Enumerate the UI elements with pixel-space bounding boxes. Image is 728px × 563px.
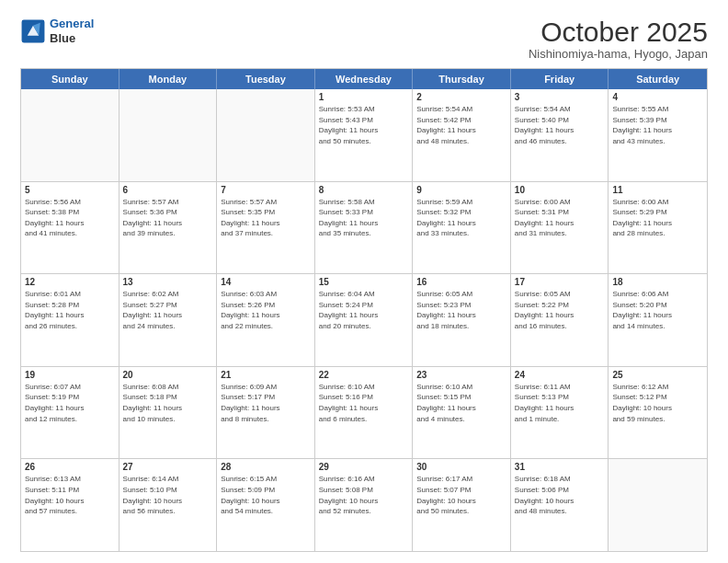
calendar-cell: 25Sunrise: 6:12 AM Sunset: 5:12 PM Dayli…	[609, 367, 707, 459]
day-number: 3	[515, 92, 605, 102]
day-number: 11	[612, 185, 703, 195]
day-number: 22	[319, 370, 409, 380]
day-number: 15	[319, 277, 409, 287]
day-number: 28	[221, 462, 311, 472]
month-title: October 2025	[529, 17, 708, 47]
day-number: 19	[25, 370, 115, 380]
calendar-cell: 26Sunrise: 6:13 AM Sunset: 5:11 PM Dayli…	[21, 459, 119, 551]
day-number: 18	[612, 277, 703, 287]
cell-text: Sunrise: 6:05 AM Sunset: 5:23 PM Dayligh…	[416, 289, 506, 331]
weekday-header-sunday: Sunday	[21, 69, 119, 89]
cell-text: Sunrise: 5:59 AM Sunset: 5:32 PM Dayligh…	[416, 197, 506, 239]
day-number: 9	[416, 185, 506, 195]
calendar-cell	[21, 89, 119, 181]
calendar-cell: 18Sunrise: 6:06 AM Sunset: 5:20 PM Dayli…	[609, 274, 707, 366]
day-number: 21	[221, 370, 311, 380]
day-number: 17	[515, 277, 605, 287]
cell-text: Sunrise: 6:02 AM Sunset: 5:27 PM Dayligh…	[123, 289, 213, 331]
cell-text: Sunrise: 6:10 AM Sunset: 5:16 PM Dayligh…	[319, 382, 409, 424]
calendar-cell: 1Sunrise: 5:53 AM Sunset: 5:43 PM Daylig…	[315, 89, 414, 181]
calendar-cell: 23Sunrise: 6:10 AM Sunset: 5:15 PM Dayli…	[413, 367, 511, 459]
weekday-header-monday: Monday	[119, 69, 218, 89]
day-number: 29	[319, 462, 409, 472]
calendar-cell: 30Sunrise: 6:17 AM Sunset: 5:07 PM Dayli…	[413, 459, 511, 551]
cell-text: Sunrise: 6:11 AM Sunset: 5:13 PM Dayligh…	[515, 382, 605, 424]
cell-text: Sunrise: 6:07 AM Sunset: 5:19 PM Dayligh…	[25, 382, 115, 424]
calendar-row-3: 19Sunrise: 6:07 AM Sunset: 5:19 PM Dayli…	[21, 366, 707, 459]
calendar-cell: 8Sunrise: 5:58 AM Sunset: 5:33 PM Daylig…	[315, 182, 414, 274]
cell-text: Sunrise: 5:54 AM Sunset: 5:42 PM Dayligh…	[416, 104, 506, 146]
calendar-cell: 21Sunrise: 6:09 AM Sunset: 5:17 PM Dayli…	[217, 367, 315, 459]
day-number: 2	[416, 92, 506, 102]
calendar-cell: 15Sunrise: 6:04 AM Sunset: 5:24 PM Dayli…	[315, 274, 414, 366]
calendar-cell	[119, 89, 218, 181]
calendar-cell: 11Sunrise: 6:00 AM Sunset: 5:29 PM Dayli…	[609, 182, 707, 274]
cell-text: Sunrise: 6:14 AM Sunset: 5:10 PM Dayligh…	[123, 474, 213, 516]
logo: General Blue	[20, 17, 94, 45]
cell-text: Sunrise: 5:58 AM Sunset: 5:33 PM Dayligh…	[319, 197, 409, 239]
calendar-cell: 4Sunrise: 5:55 AM Sunset: 5:39 PM Daylig…	[609, 89, 707, 181]
weekday-header-wednesday: Wednesday	[315, 69, 414, 89]
calendar-cell: 10Sunrise: 6:00 AM Sunset: 5:31 PM Dayli…	[511, 182, 609, 274]
calendar-cell	[609, 459, 707, 551]
logo-text: General Blue	[50, 17, 94, 45]
cell-text: Sunrise: 6:18 AM Sunset: 5:06 PM Dayligh…	[515, 474, 605, 516]
cell-text: Sunrise: 6:00 AM Sunset: 5:29 PM Dayligh…	[612, 197, 703, 239]
calendar-cell: 24Sunrise: 6:11 AM Sunset: 5:13 PM Dayli…	[511, 367, 609, 459]
calendar-row-2: 12Sunrise: 6:01 AM Sunset: 5:28 PM Dayli…	[21, 273, 707, 366]
cell-text: Sunrise: 5:57 AM Sunset: 5:36 PM Dayligh…	[123, 197, 213, 239]
cell-text: Sunrise: 6:09 AM Sunset: 5:17 PM Dayligh…	[221, 382, 311, 424]
calendar-cell: 14Sunrise: 6:03 AM Sunset: 5:26 PM Dayli…	[217, 274, 315, 366]
calendar-cell: 3Sunrise: 5:54 AM Sunset: 5:40 PM Daylig…	[511, 89, 609, 181]
day-number: 30	[416, 462, 506, 472]
day-number: 16	[416, 277, 506, 287]
cell-text: Sunrise: 6:05 AM Sunset: 5:22 PM Dayligh…	[515, 289, 605, 331]
day-number: 13	[123, 277, 213, 287]
cell-text: Sunrise: 6:00 AM Sunset: 5:31 PM Dayligh…	[515, 197, 605, 239]
calendar-cell: 17Sunrise: 6:05 AM Sunset: 5:22 PM Dayli…	[511, 274, 609, 366]
calendar-cell: 2Sunrise: 5:54 AM Sunset: 5:42 PM Daylig…	[413, 89, 511, 181]
day-number: 14	[221, 277, 311, 287]
calendar-cell: 13Sunrise: 6:02 AM Sunset: 5:27 PM Dayli…	[119, 274, 218, 366]
calendar-cell: 16Sunrise: 6:05 AM Sunset: 5:23 PM Dayli…	[413, 274, 511, 366]
calendar-cell: 22Sunrise: 6:10 AM Sunset: 5:16 PM Dayli…	[315, 367, 414, 459]
location: Nishinomiya-hama, Hyogo, Japan	[529, 47, 708, 61]
calendar-cell: 5Sunrise: 5:56 AM Sunset: 5:38 PM Daylig…	[21, 182, 119, 274]
cell-text: Sunrise: 6:12 AM Sunset: 5:12 PM Dayligh…	[612, 382, 703, 424]
weekday-header-friday: Friday	[511, 69, 609, 89]
weekday-header-tuesday: Tuesday	[217, 69, 315, 89]
cell-text: Sunrise: 6:16 AM Sunset: 5:08 PM Dayligh…	[319, 474, 409, 516]
cell-text: Sunrise: 5:55 AM Sunset: 5:39 PM Dayligh…	[612, 104, 703, 146]
day-number: 8	[319, 185, 409, 195]
day-number: 23	[416, 370, 506, 380]
header: General Blue October 2025 Nishinomiya-ha…	[20, 17, 708, 61]
calendar-cell: 7Sunrise: 5:57 AM Sunset: 5:35 PM Daylig…	[217, 182, 315, 274]
cell-text: Sunrise: 5:53 AM Sunset: 5:43 PM Dayligh…	[319, 104, 409, 146]
title-block: October 2025 Nishinomiya-hama, Hyogo, Ja…	[529, 17, 708, 61]
calendar-header: SundayMondayTuesdayWednesdayThursdayFrid…	[21, 69, 707, 89]
calendar-cell	[217, 89, 315, 181]
calendar-cell: 6Sunrise: 5:57 AM Sunset: 5:36 PM Daylig…	[119, 182, 218, 274]
calendar-cell: 28Sunrise: 6:15 AM Sunset: 5:09 PM Dayli…	[217, 459, 315, 551]
calendar-body: 1Sunrise: 5:53 AM Sunset: 5:43 PM Daylig…	[21, 89, 707, 551]
logo-icon	[20, 18, 46, 44]
cell-text: Sunrise: 6:08 AM Sunset: 5:18 PM Dayligh…	[123, 382, 213, 424]
day-number: 4	[612, 92, 703, 102]
day-number: 5	[25, 185, 115, 195]
day-number: 12	[25, 277, 115, 287]
day-number: 6	[123, 185, 213, 195]
weekday-header-saturday: Saturday	[609, 69, 707, 89]
day-number: 31	[515, 462, 605, 472]
day-number: 1	[319, 92, 409, 102]
day-number: 26	[25, 462, 115, 472]
cell-text: Sunrise: 5:57 AM Sunset: 5:35 PM Dayligh…	[221, 197, 311, 239]
cell-text: Sunrise: 6:03 AM Sunset: 5:26 PM Dayligh…	[221, 289, 311, 331]
day-number: 24	[515, 370, 605, 380]
day-number: 20	[123, 370, 213, 380]
cell-text: Sunrise: 5:56 AM Sunset: 5:38 PM Dayligh…	[25, 197, 115, 239]
cell-text: Sunrise: 6:15 AM Sunset: 5:09 PM Dayligh…	[221, 474, 311, 516]
cell-text: Sunrise: 6:13 AM Sunset: 5:11 PM Dayligh…	[25, 474, 115, 516]
calendar-cell: 12Sunrise: 6:01 AM Sunset: 5:28 PM Dayli…	[21, 274, 119, 366]
weekday-header-thursday: Thursday	[413, 69, 511, 89]
day-number: 27	[123, 462, 213, 472]
